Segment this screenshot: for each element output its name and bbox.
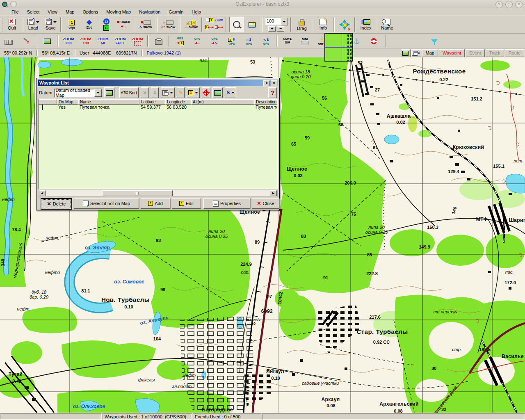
toolbar-grip[interactable] — [0, 18, 3, 32]
goto-target-button[interactable] — [202, 87, 210, 98]
menu-select[interactable]: Select — [23, 9, 44, 15]
maximize-icon[interactable]: ◇ — [505, 1, 513, 8]
save-position-icon[interactable]: ⬇ — [411, 49, 421, 57]
help-button[interactable]: ? — [268, 87, 277, 98]
wp-list-icon[interactable]: 📄1 — [205, 17, 214, 23]
datum-combo-dropdown-icon[interactable] — [94, 89, 102, 97]
zoom-50-button[interactable]: ZOOM50 — [95, 34, 111, 48]
wp-symbol-button[interactable]: 1 — [187, 87, 200, 98]
gps-send-waypoints-button[interactable]: GPS➜1 — [172, 34, 188, 48]
col-on-map[interactable]: On Map — [57, 99, 78, 105]
load-button[interactable]: ↗ Load — [25, 16, 41, 33]
dialog-titlebar[interactable]: Waypoint List ⇕ X — [38, 80, 278, 86]
col-icon[interactable] — [39, 99, 57, 105]
name-search-button[interactable]: Name — [379, 16, 395, 33]
waypoint-create-button[interactable]: 1 Wpt — [64, 16, 80, 33]
scroll-left-icon[interactable]: ◀ — [39, 190, 46, 196]
dialog-close-icon[interactable]: X — [271, 80, 277, 86]
line-style-icon[interactable]: LINE — [215, 17, 224, 23]
dialog-rollup-icon[interactable]: ⇕ — [263, 80, 270, 86]
menu-view[interactable]: View — [43, 9, 62, 15]
tools-button[interactable] — [18, 34, 34, 48]
zoom-out-button[interactable]: − — [277, 26, 284, 32]
add-button[interactable]: 1Add — [141, 198, 170, 209]
s-options-button[interactable]: S — [225, 87, 236, 98]
table-row[interactable]: Yes Путевая точка 54 59,377 56 03,520 Пу… — [39, 105, 277, 111]
datum-combo[interactable]: Datum of Loaded Map — [54, 89, 102, 97]
measure-button[interactable] — [0, 34, 17, 48]
tab-map[interactable]: Map — [422, 49, 438, 57]
scrollbar-thumb[interactable] — [102, 190, 173, 196]
zoom-value-input[interactable]: 100 — [265, 18, 281, 25]
report-button[interactable] — [39, 34, 55, 48]
grid-disabled-button[interactable]: # — [151, 87, 159, 98]
track-control-button[interactable]: TRACK + ○ — [115, 16, 132, 33]
menu-navigation[interactable]: Navigation — [135, 9, 164, 15]
menu-moving-map[interactable]: Moving Map — [102, 9, 135, 15]
waypoint-table[interactable]: On Map Name Latitude Longitude Alt(m) De… — [38, 99, 278, 189]
show-events-button[interactable]: ○ ○○ SHOW — [159, 16, 178, 33]
select-if-not-on-map-button[interactable]: Select if not on Map — [74, 198, 139, 209]
col-longitude[interactable]: Longitude — [165, 99, 191, 105]
gps-get-tracks-button[interactable]: ∿⬇GPS — [258, 34, 274, 48]
show-waypoints-button[interactable]: ∿ SHOW — [137, 16, 154, 33]
tab-track[interactable]: Track — [486, 49, 504, 57]
print-button[interactable] — [151, 34, 167, 48]
info-button[interactable]: ✎ Info — [315, 16, 331, 33]
filter-button[interactable] — [426, 34, 443, 48]
drag-map-button[interactable]: Drag — [294, 16, 310, 33]
show-tracks-button[interactable]: ✍1 ▫–▫ SHOW — [182, 16, 200, 33]
col-name[interactable]: Name — [78, 99, 139, 105]
event-create-button[interactable]: Evt — [81, 16, 97, 33]
menu-file[interactable]: File — [7, 9, 23, 15]
close-icon[interactable]: ✕ — [515, 1, 523, 8]
close-button[interactable]: ✕Close — [252, 198, 279, 209]
zoom-in-button[interactable]: + — [268, 26, 276, 32]
map-image-tab-icon[interactable] — [401, 49, 411, 57]
delete-disabled-button[interactable]: ✕ — [141, 87, 148, 98]
man-overboard-button[interactable] — [365, 34, 382, 48]
index-map-button[interactable]: I Index — [358, 16, 374, 33]
zoom-full-button[interactable]: ZOOMFULL — [112, 34, 128, 48]
tab-event[interactable]: Event — [466, 49, 484, 57]
pan-pad[interactable]: ✕ — [336, 16, 353, 33]
waypoint-list-dialog[interactable]: Waypoint List ⇕ X Datum Datum of Loaded … — [36, 78, 280, 210]
edit-pencil-button[interactable]: ✎ — [177, 87, 185, 98]
map-properties-button[interactable] — [245, 16, 259, 33]
col-alt[interactable]: Alt(m) — [191, 99, 254, 105]
zoom-window-button[interactable]: ZOOM — [129, 34, 146, 48]
scroll-right-icon[interactable]: ▶ — [270, 190, 277, 196]
overview-minimap[interactable] — [324, 33, 353, 62]
show-on-map-button[interactable] — [212, 87, 223, 98]
tab-route[interactable]: Route — [505, 49, 524, 57]
col-description[interactable]: Description — [254, 99, 277, 105]
gps-get-waypoints-button[interactable]: 1⬇GPS — [224, 34, 240, 48]
menu-garmin[interactable]: Garmin — [164, 9, 187, 15]
wp-spacing-icon[interactable]: 1⇤⇥ — [205, 24, 214, 30]
gps-get-routes-button[interactable]: ▫▫⬇GPS — [241, 34, 257, 48]
menu-map[interactable]: Map — [62, 9, 78, 15]
menu-options[interactable]: Options — [78, 9, 102, 15]
save-wp-button[interactable] — [161, 87, 175, 98]
zoom-100-button[interactable]: ZOOM100 — [78, 34, 94, 48]
properties-button[interactable]: Properties — [203, 198, 250, 209]
window-titlebar[interactable]: OziExplorer - bash.ozfx3 ∨ ◇ ✕ — [0, 0, 525, 9]
tab-waypoint[interactable]: Waypoint — [439, 49, 465, 57]
sort-button[interactable]: A⇅Z Sort — [119, 87, 139, 98]
horizontal-scrollbar[interactable]: ◀ ▶ — [38, 190, 278, 196]
gps-send-tracks-button[interactable]: GPS➜∿ — [206, 34, 223, 48]
moving-map-button[interactable]: MM — [297, 34, 313, 48]
map-comment-button[interactable]: 12 C — [98, 16, 114, 33]
ruler-spacing-icon[interactable]: ⇤⇥ — [215, 24, 224, 30]
gps-send-routes-button[interactable]: GPS➜▫▫ — [189, 34, 205, 48]
delete-button[interactable]: ✕Delete — [41, 198, 72, 210]
nmea-simulate-button[interactable]: NMEASIM — [279, 34, 296, 48]
edit-button[interactable]: 1Edit — [172, 198, 201, 209]
wp-map-button[interactable] — [104, 87, 114, 98]
col-latitude[interactable]: Latitude — [139, 99, 165, 105]
quit-button[interactable]: ✕ Quit — [4, 16, 20, 33]
zoom-dropdown-icon[interactable] — [281, 18, 288, 25]
menu-help[interactable]: Help — [187, 9, 205, 15]
minimize-icon[interactable]: ∨ — [495, 1, 503, 8]
zoom-200-button[interactable]: ZOOM200 — [60, 34, 77, 48]
